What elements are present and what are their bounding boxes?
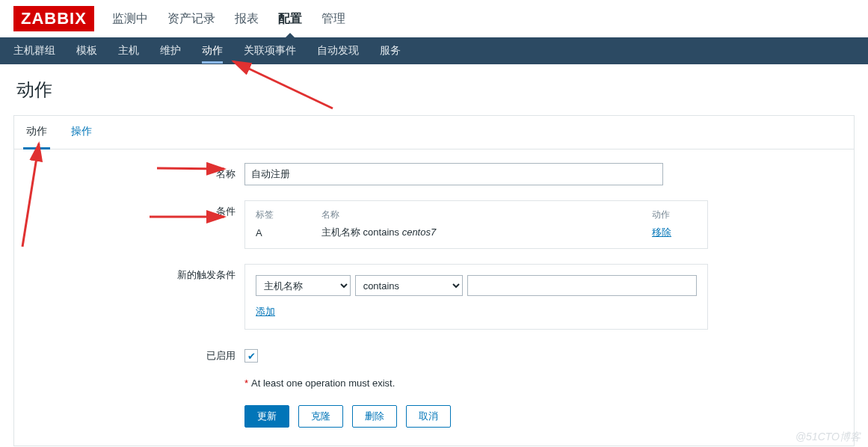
remove-condition-link[interactable]: 移除 [652,226,671,238]
subnav-templates[interactable]: 模板 [76,38,97,64]
conditions-header: 标签 名称 动作 [256,209,697,221]
tab-action[interactable]: 动作 [23,116,50,149]
trigger-field-select[interactable]: 主机名称 [256,275,351,296]
delete-button[interactable]: 删除 [352,405,397,428]
nav-configuration[interactable]: 配置 [277,1,304,37]
row-new-trigger: 新的触发条件 主机名称 contains 添加 [28,264,840,330]
name-input[interactable] [244,163,663,185]
sub-nav: 主机群组 模板 主机 维护 动作 关联项事件 自动发现 服务 [0,37,868,64]
enabled-checkbox[interactable]: ✔ [244,349,258,363]
top-nav: ZABBIX 监测中 资产记录 报表 配置 管理 [0,0,868,37]
subnav-correlation[interactable]: 关联项事件 [244,38,296,64]
warning-text: *At least one operation must exist. [244,377,395,389]
trigger-value-input[interactable] [467,275,697,296]
subnav-services[interactable]: 服务 [380,38,401,64]
tabs: 动作 操作 [14,116,854,149]
conditions-box: 标签 名称 动作 A 主机名称 contains centos7 移除 [244,200,708,249]
cond-tag-value: A [256,227,321,238]
row-warning: *At least one operation must exist. [28,377,840,389]
label-enabled: 已启用 [28,345,244,363]
subnav-actions[interactable]: 动作 [202,38,223,64]
add-trigger-link[interactable]: 添加 [256,306,275,317]
clone-button[interactable]: 克隆 [298,405,343,428]
cond-col-action: 动作 [652,209,697,221]
nav-reports[interactable]: 报表 [233,1,260,37]
trigger-box: 主机名称 contains 添加 [244,264,708,330]
logo: ZABBIX [13,6,94,31]
form: 名称 条件 标签 名称 动作 A 主机名称 contains centos7 [14,149,854,428]
cond-col-tag: 标签 [256,209,321,221]
row-conditions: 条件 标签 名称 动作 A 主机名称 contains centos7 移除 [28,200,840,249]
cancel-button[interactable]: 取消 [406,405,451,428]
subnav-hostgroups[interactable]: 主机群组 [13,38,55,64]
nav-admin[interactable]: 管理 [320,1,347,37]
label-name: 名称 [28,163,244,181]
subnav-maintenance[interactable]: 维护 [160,38,181,64]
nav-monitoring[interactable]: 监测中 [111,1,150,37]
cond-col-name: 名称 [321,209,652,221]
trigger-op-select[interactable]: contains [355,275,463,296]
label-conditions: 条件 [28,200,244,218]
row-enabled: 已启用 ✔ [28,345,840,363]
table-row: A 主机名称 contains centos7 移除 [256,226,697,239]
subnav-hosts[interactable]: 主机 [118,38,139,64]
page-title: 动作 [0,64,868,115]
tab-operations[interactable]: 操作 [68,116,95,149]
subnav-discovery[interactable]: 自动发现 [317,38,359,64]
row-name: 名称 [28,163,840,185]
watermark: @51CTO博客 [795,431,861,444]
label-new-trigger: 新的触发条件 [28,264,244,282]
nav-inventory[interactable]: 资产记录 [166,1,217,37]
content-box: 动作 操作 名称 条件 标签 名称 动作 A 主机名称 [13,115,855,446]
update-button[interactable]: 更新 [244,405,289,428]
cond-name-value: 主机名称 contains centos7 [321,226,652,239]
row-buttons: 更新 克隆 删除 取消 [28,395,840,428]
